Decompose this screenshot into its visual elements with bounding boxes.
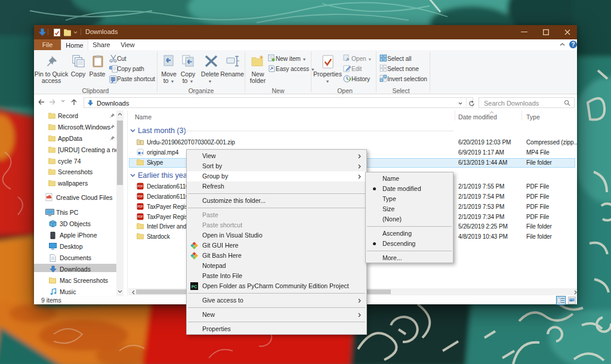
svg-text:PDF: PDF [137, 195, 143, 198]
svg-text:PDF: PDF [137, 185, 143, 188]
svg-text:PDF: PDF [137, 205, 143, 208]
svg-text:PC: PC [192, 285, 198, 289]
svg-text:PDF: PDF [137, 215, 143, 218]
